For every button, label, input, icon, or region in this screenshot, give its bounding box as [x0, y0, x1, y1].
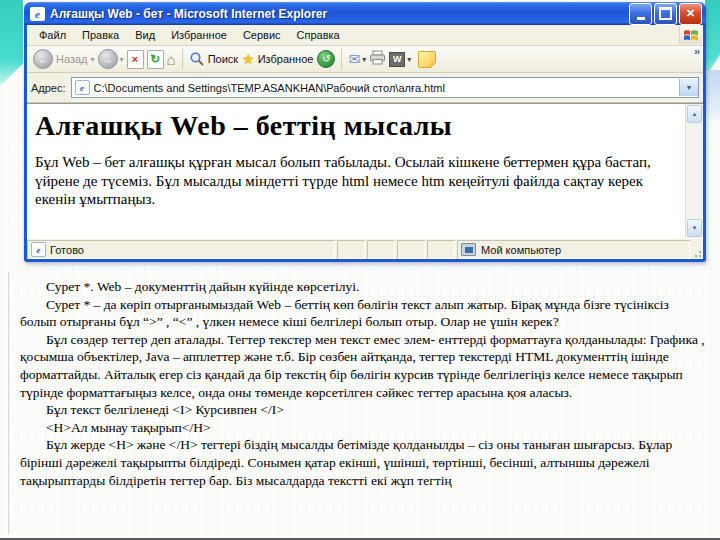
toolbar-separator [182, 49, 183, 69]
notes-paragraph: <H>Ал мынау тақырып</H> [20, 419, 706, 437]
address-page-icon: e [75, 80, 90, 95]
mail-icon: ✉ [348, 52, 360, 66]
refresh-icon: ↻ [150, 53, 160, 65]
forward-button[interactable]: → ▾ [98, 49, 124, 69]
caption-buttons: ✕ [629, 3, 702, 25]
notes-paragraph: Сурет * – да көріп отырғанымыздай Web – … [20, 296, 706, 331]
ie-logo-icon: e [30, 7, 45, 21]
scroll-down-icon: ▼ [692, 225, 698, 231]
back-label: Назад [56, 53, 88, 65]
address-bar: Адрес: e C:\Documents and Settings\TEMP.… [27, 73, 703, 103]
favorites-star-icon: ★ [242, 52, 255, 66]
status-page-icon: e [31, 242, 46, 257]
status-ready-text: Готово [50, 244, 84, 256]
discuss-note-icon[interactable] [418, 51, 436, 68]
search-button[interactable]: Поиск [189, 51, 239, 67]
back-dropdown-icon[interactable]: ▾ [91, 55, 95, 64]
maximize-icon [659, 7, 672, 20]
status-ready-cell: e Готово [27, 240, 335, 259]
minimize-icon [637, 17, 645, 20]
scroll-up-icon: ▲ [692, 111, 698, 117]
forward-icon: → [98, 49, 118, 69]
web-page: Алғашқы Web – беттің мысалы Бұл Web – бе… [27, 104, 686, 238]
toolbar-separator [341, 49, 342, 69]
notes-paragraph: Бұл жерде <H> және </H> тегтері біздің м… [20, 436, 706, 489]
stop-icon: × [132, 54, 138, 65]
address-dropdown-button[interactable]: ▼ [679, 79, 698, 96]
menu-help[interactable]: Справка [289, 27, 348, 43]
notes-paragraph: Бұл сөздер тегтер деп аталады. Тегтер те… [20, 331, 706, 401]
chevron-down-icon: ▼ [686, 84, 693, 91]
search-label: Поиск [208, 53, 238, 65]
slide-corner-decoration-left [0, 0, 23, 86]
status-bar: e Готово Мой компьютер [27, 238, 703, 259]
vertical-scrollbar[interactable]: ▲ ▼ [685, 104, 703, 238]
status-cell-empty [337, 240, 365, 259]
home-icon: ⌂ [167, 51, 176, 68]
close-icon: ✕ [686, 8, 695, 19]
toolbar-overflow-chevron[interactable]: » [694, 46, 700, 57]
page-heading: Алғашқы Web – беттің мысалы [35, 109, 676, 143]
back-button[interactable]: ← Назад ▾ [33, 49, 95, 69]
address-label: Адрес: [31, 82, 66, 94]
edit-button[interactable]: W ▾ [389, 52, 411, 67]
scroll-down-button[interactable]: ▼ [687, 219, 702, 237]
windows-logo-icon [679, 26, 702, 44]
close-button[interactable]: ✕ [679, 3, 702, 25]
favorites-label: Избранное [258, 53, 314, 65]
favorites-button[interactable]: ★ Избранное [242, 52, 314, 66]
notes-paragraph: Сурет *. Web – документтің дайын күйінде… [20, 278, 706, 296]
print-button[interactable] [369, 50, 386, 69]
forward-dropdown-icon[interactable]: ▾ [120, 55, 124, 64]
browser-viewport: Алғашқы Web – беттің мысалы Бұл Web – бе… [27, 103, 703, 238]
status-cell-empty [397, 240, 425, 259]
status-cell-empty [367, 240, 395, 259]
status-cell-empty [427, 240, 455, 259]
menu-view[interactable]: Вид [127, 27, 163, 43]
ie-window: e Алғашқы Web - бет - Microsoft Internet… [24, 2, 706, 262]
status-zone-text: Мой компьютер [481, 244, 561, 256]
mail-dropdown-icon[interactable]: ▾ [362, 55, 366, 64]
address-combo[interactable]: e C:\Documents and Settings\TEMP.ASANKHA… [71, 77, 699, 98]
menu-favorites[interactable]: Избранное [163, 27, 235, 43]
notes-paragraph: Бұл текст белгіленеді <I> Курсивпен </I> [20, 401, 706, 419]
page-paragraph: Бұл Web – бет алғашқы құрған мысал болып… [35, 153, 676, 209]
history-button[interactable]: ↺ [317, 50, 335, 68]
back-icon: ← [33, 49, 53, 69]
menu-bar: Файл Правка Вид Избранное Сервис Справка [27, 25, 703, 46]
toolbar: ← Назад ▾ → ▾ × ↻ ⌂ Поиск ★ Избранное [27, 46, 703, 73]
menu-tools[interactable]: Сервис [235, 27, 289, 43]
slide-notes-text: Сурет *. Web – документтің дайын күйінде… [0, 278, 720, 489]
refresh-button[interactable]: ↻ [147, 50, 164, 69]
mail-button[interactable]: ✉ ▾ [348, 52, 366, 66]
slide-corner-decoration-right [705, 0, 720, 78]
resize-grip[interactable] [692, 248, 702, 258]
slide-edge-decoration [705, 70, 720, 125]
title-bar[interactable]: e Алғашқы Web - бет - Microsoft Internet… [24, 2, 706, 25]
address-input[interactable]: C:\Documents and Settings\TEMP.ASANKHAN\… [94, 82, 679, 94]
word-edit-icon: W [389, 52, 405, 67]
print-icon [369, 50, 386, 65]
menu-edit[interactable]: Правка [74, 27, 127, 43]
edit-dropdown-icon[interactable]: ▾ [407, 55, 411, 64]
home-button[interactable]: ⌂ [167, 52, 176, 67]
history-icon: ↺ [322, 54, 330, 64]
my-computer-icon [461, 243, 476, 256]
search-icon [189, 51, 205, 67]
maximize-button[interactable] [654, 3, 677, 25]
stop-button[interactable]: × [127, 50, 144, 69]
window-frame: Файл Правка Вид Избранное Сервис Справка… [27, 25, 703, 259]
menu-file[interactable]: Файл [31, 27, 74, 43]
status-zone-cell: Мой компьютер [457, 240, 690, 259]
minimize-button[interactable] [629, 3, 652, 25]
window-title: Алғашқы Web - бет - Microsoft Internet E… [50, 7, 629, 21]
scroll-up-button[interactable]: ▲ [687, 105, 702, 123]
